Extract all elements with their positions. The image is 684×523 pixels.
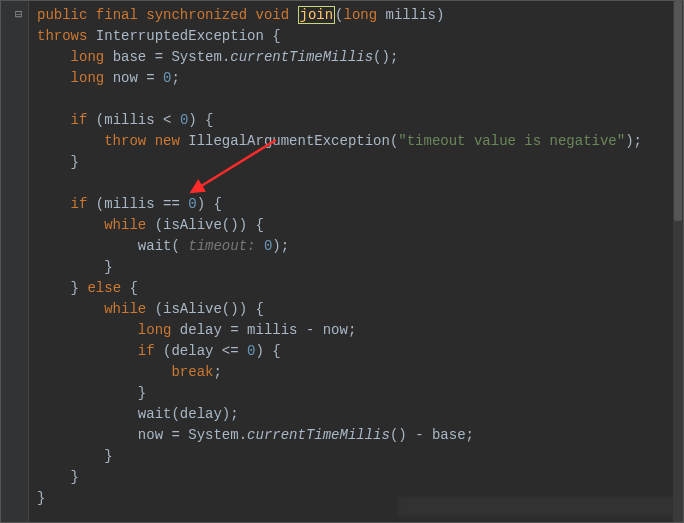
keyword-void: void — [255, 7, 289, 23]
cursor-highlight: join — [298, 6, 336, 24]
keyword-break: break — [171, 364, 213, 380]
method-call: currentTimeMillis — [230, 49, 373, 65]
type-long: long — [138, 322, 172, 338]
var-millis: millis — [247, 322, 297, 338]
type-long: long — [71, 70, 105, 86]
method-wait: wait — [138, 238, 172, 254]
scrollbar-thumb[interactable] — [674, 1, 682, 221]
method-call: currentTimeMillis — [247, 427, 390, 443]
keyword-synchronized: synchronized — [146, 7, 247, 23]
method-wait: wait — [138, 406, 172, 422]
keyword-if: if — [71, 196, 88, 212]
keyword-while: while — [104, 301, 146, 317]
param-name: millis — [386, 7, 436, 23]
var-millis: millis — [104, 112, 154, 128]
class-system: System — [171, 49, 221, 65]
keyword-new: new — [155, 133, 180, 149]
var-base: base — [113, 49, 147, 65]
literal-zero: 0 — [163, 70, 171, 86]
var-now: now — [138, 427, 163, 443]
var-now: now — [323, 322, 348, 338]
type-long: long — [71, 49, 105, 65]
literal-zero: 0 — [180, 112, 188, 128]
method-isalive: isAlive — [163, 217, 222, 233]
var-delay: delay — [171, 343, 213, 359]
keyword-if: if — [71, 112, 88, 128]
exception-type: InterruptedException — [96, 28, 264, 44]
literal-zero: 0 — [188, 196, 196, 212]
method-isalive: isAlive — [163, 301, 222, 317]
keyword-else: else — [87, 280, 121, 296]
code-editor[interactable]: public final synchronized void join(long… — [1, 1, 683, 513]
var-delay: delay — [180, 406, 222, 422]
exception-type: IllegalArgumentException — [188, 133, 390, 149]
keyword-if: if — [138, 343, 155, 359]
parameter-hint: timeout: — [188, 238, 255, 254]
editor-gutter — [1, 1, 29, 522]
literal-zero: 0 — [247, 343, 255, 359]
param-type: long — [344, 7, 378, 23]
var-now: now — [113, 70, 138, 86]
keyword-final: final — [96, 7, 138, 23]
var-delay: delay — [180, 322, 222, 338]
var-base: base — [432, 427, 466, 443]
redacted-region — [398, 497, 678, 517]
method-name: join — [300, 7, 334, 23]
string-literal: "timeout value is negative" — [398, 133, 625, 149]
vertical-scrollbar[interactable] — [673, 1, 683, 522]
class-system: System — [188, 427, 238, 443]
keyword-public: public — [37, 7, 87, 23]
keyword-throws: throws — [37, 28, 87, 44]
keyword-throw: throw — [104, 133, 146, 149]
keyword-while: while — [104, 217, 146, 233]
var-millis: millis — [104, 196, 154, 212]
literal-zero: 0 — [264, 238, 272, 254]
fold-marker-icon[interactable]: ⊟ — [15, 6, 22, 24]
